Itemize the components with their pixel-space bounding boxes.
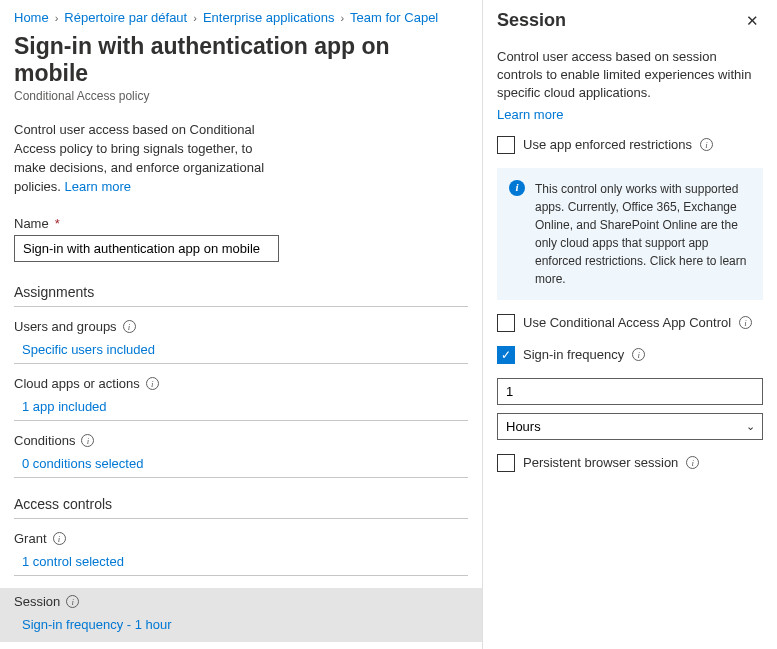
grant-item[interactable]: Grant i 1 control selected xyxy=(14,531,468,576)
frequency-unit-select[interactable] xyxy=(497,413,763,440)
breadcrumb: Home › Répertoire par défaut › Enterpris… xyxy=(14,10,468,25)
ca-app-control-label: Use Conditional Access App Control xyxy=(523,315,731,330)
users-groups-value[interactable]: Specific users included xyxy=(14,342,155,357)
ca-app-control-checkbox[interactable] xyxy=(497,314,515,332)
chevron-right-icon: › xyxy=(55,12,59,24)
info-icon[interactable]: i xyxy=(123,320,136,333)
breadcrumb-repo[interactable]: Répertoire par défaut xyxy=(64,10,187,25)
sign-in-freq-checkbox[interactable]: ✓ xyxy=(497,346,515,364)
name-input[interactable] xyxy=(14,235,279,262)
access-controls-header: Access controls xyxy=(14,496,468,519)
cloud-apps-value[interactable]: 1 app included xyxy=(14,399,107,414)
learn-more-link[interactable]: Learn more xyxy=(65,179,131,194)
info-callout: i This control only works with supported… xyxy=(497,168,763,300)
conditions-value[interactable]: 0 conditions selected xyxy=(14,456,143,471)
breadcrumb-team[interactable]: Team for Capel xyxy=(350,10,438,25)
info-icon[interactable]: i xyxy=(700,138,713,151)
conditions-item[interactable]: Conditions i 0 conditions selected xyxy=(14,433,468,478)
chevron-right-icon: › xyxy=(340,12,344,24)
session-value[interactable]: Sign-in frequency - 1 hour xyxy=(14,617,172,632)
assignments-header: Assignments xyxy=(14,284,468,307)
info-icon[interactable]: i xyxy=(739,316,752,329)
persistent-browser-checkbox[interactable] xyxy=(497,454,515,472)
sign-in-freq-label: Sign-in frequency xyxy=(523,347,624,362)
info-icon[interactable]: i xyxy=(632,348,645,361)
frequency-input[interactable] xyxy=(497,378,763,405)
panel-title: Session xyxy=(497,10,566,31)
grant-value[interactable]: 1 control selected xyxy=(14,554,124,569)
page-subtitle: Conditional Access policy xyxy=(14,89,468,103)
callout-text[interactable]: This control only works with supported a… xyxy=(535,180,751,288)
breadcrumb-home[interactable]: Home xyxy=(14,10,49,25)
info-icon[interactable]: i xyxy=(686,456,699,469)
users-groups-item[interactable]: Users and groups i Specific users includ… xyxy=(14,319,468,364)
session-item[interactable]: Session i Sign-in frequency - 1 hour xyxy=(0,588,482,642)
info-icon[interactable]: i xyxy=(53,532,66,545)
info-icon[interactable]: i xyxy=(146,377,159,390)
close-icon[interactable]: ✕ xyxy=(742,10,763,32)
page-description: Control user access based on Conditional… xyxy=(14,121,274,196)
cloud-apps-item[interactable]: Cloud apps or actions i 1 app included xyxy=(14,376,468,421)
app-enforced-label: Use app enforced restrictions xyxy=(523,137,692,152)
breadcrumb-apps[interactable]: Enterprise applications xyxy=(203,10,335,25)
info-icon: i xyxy=(509,180,525,196)
info-icon[interactable]: i xyxy=(81,434,94,447)
chevron-right-icon: › xyxy=(193,12,197,24)
app-enforced-checkbox[interactable] xyxy=(497,136,515,154)
panel-learn-more[interactable]: Learn more xyxy=(497,107,563,122)
info-icon[interactable]: i xyxy=(66,595,79,608)
persistent-browser-label: Persistent browser session xyxy=(523,455,678,470)
name-label: Name* xyxy=(14,216,468,231)
page-title: Sign-in with authentication app on mobil… xyxy=(14,33,468,87)
panel-description: Control user access based on session con… xyxy=(497,48,763,103)
